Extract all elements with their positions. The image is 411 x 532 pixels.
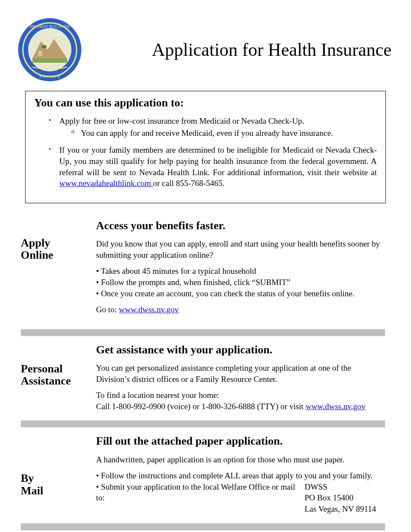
nevada-health-link[interactable]: www.nevadahealthlink.com <box>59 179 153 188</box>
dwss-link-2[interactable]: www.dwss.nv.gov <box>305 402 365 411</box>
pa-paragraph-1: You can get personalized assistance comp… <box>96 362 385 385</box>
section-personal-assistance: Personal Assistance Get assistance with … <box>17 336 394 419</box>
section-label-personal-assistance: Personal Assistance <box>21 342 96 412</box>
apply-online-bullet-3: • Once you create an account, you can ch… <box>96 288 385 299</box>
svg-point-4 <box>42 45 47 48</box>
info-item-1-text: Apply for free or low-cost insurance fro… <box>59 116 304 125</box>
info-sublist: You can apply for and receive Medicaid, … <box>59 128 377 139</box>
document-header: THE GREAT SEAL OF THE N E V A D A Applic… <box>17 17 394 82</box>
addr-line-1: DWSS <box>305 481 385 493</box>
addr-line-2: PO Box 15400 <box>305 492 385 503</box>
apply-online-content: Access your benefits faster. Did you kno… <box>96 218 385 320</box>
info-item-2: If you or your family members are determ… <box>47 144 377 189</box>
apply-online-bullet-2: • Follow the prompts and, when finished,… <box>96 277 385 288</box>
label-mail: Mail <box>21 484 43 497</box>
label-personal: Personal <box>21 362 63 375</box>
info-subitem-1: You can apply for and receive Medicaid, … <box>71 128 377 139</box>
state-seal-icon: THE GREAT SEAL OF THE N E V A D A <box>17 17 82 82</box>
by-mail-bullet-2: • Submit your application to the local W… <box>96 481 299 503</box>
by-mail-intro: A handwritten, paper application is an o… <box>96 454 385 465</box>
apply-online-intro: Did you know that you can apply, enroll … <box>96 238 385 260</box>
apply-online-heading: Access your benefits faster. <box>96 218 385 233</box>
goto-prefix: Go to: <box>96 305 119 314</box>
label-by: By <box>21 472 34 484</box>
section-apply-online: Apply Online Access your benefits faster… <box>17 212 394 327</box>
apply-online-goto: Go to: www.dwss.nv.gov <box>96 304 385 315</box>
usage-info-box: You can use this application to: Apply f… <box>25 91 386 203</box>
by-mail-heading: Fill out the attached paper application. <box>96 433 385 449</box>
svg-rect-3 <box>38 51 42 56</box>
section-by-mail: By Mail Fill out the attached paper appl… <box>17 427 394 521</box>
pa-find-location: To find a location nearest your home: Ca… <box>96 390 385 412</box>
section-divider-3 <box>21 523 385 530</box>
addr-line-3: Las Vegas, NV 89114 <box>305 503 385 515</box>
section-divider-2 <box>21 420 385 427</box>
label-online: Online <box>21 249 53 261</box>
info-item-2-text-a: If you or your family members are determ… <box>59 145 377 176</box>
info-list: Apply for free or low-cost insurance fro… <box>34 115 377 189</box>
svg-text:N E V A D A: N E V A D A <box>39 74 60 79</box>
apply-online-bullet-1: • Takes about 45 minutes for a typical h… <box>96 266 385 277</box>
section-divider-1 <box>21 329 385 336</box>
svg-text:THE GREAT SEAL OF THE: THE GREAT SEAL OF THE <box>29 25 71 29</box>
info-item-1: Apply for free or low-cost insurance fro… <box>47 115 377 138</box>
section-label-apply-online: Apply Online <box>21 218 96 320</box>
by-mail-row: • Submit your application to the local W… <box>96 481 385 515</box>
section-label-by-mail: By Mail <box>21 433 96 514</box>
personal-assistance-heading: Get assistance with your application. <box>96 342 385 357</box>
info-box-heading: You can use this application to: <box>34 96 377 109</box>
page-title: Application for Health Insurance <box>95 39 394 60</box>
info-item-2-text-b: or call 855-768-5465. <box>153 179 225 188</box>
mailing-address: DWSS PO Box 15400 Las Vegas, NV 89114 <box>299 481 385 515</box>
personal-assistance-content: Get assistance with your application. Yo… <box>96 342 385 412</box>
by-mail-bullet-1: • Follow the instructions and complete A… <box>96 470 385 481</box>
label-apply: Apply <box>21 237 50 249</box>
by-mail-content: Fill out the attached paper application.… <box>96 433 385 514</box>
dwss-link-1[interactable]: www.dwss.nv.gov <box>119 305 179 314</box>
pa-p2a: To find a location nearest your home: <box>96 391 219 400</box>
label-assistance: Assistance <box>21 375 71 387</box>
pa-p2b: Call 1-800-992-0900 (voice) or 1-800-326… <box>96 402 305 411</box>
